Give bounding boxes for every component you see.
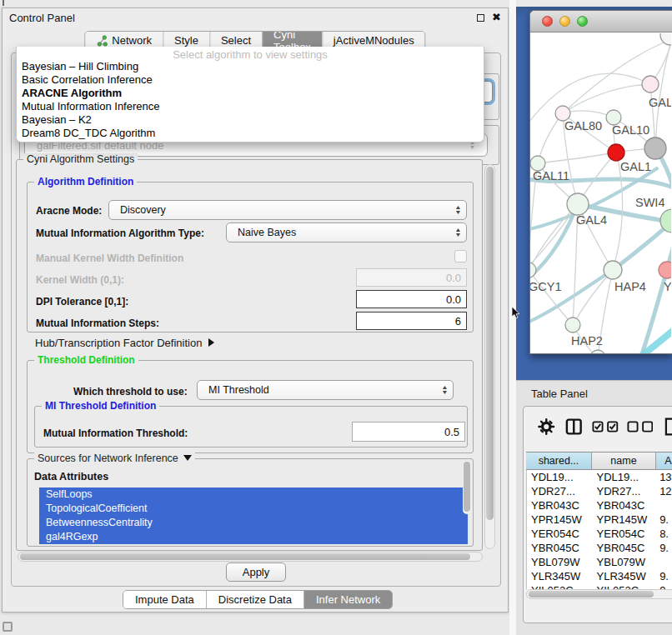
table-cell[interactable]: YDR27... <box>593 484 657 498</box>
table-row[interactable]: YPR145WYPR145W9. <box>527 512 672 527</box>
bottom-tabbar: Impute Data Discretize Data Infer Networ… <box>123 590 393 609</box>
table-cell[interactable]: YDL19... <box>527 470 593 484</box>
table-cell[interactable] <box>656 498 672 512</box>
table-horizontal-scrollbar[interactable] <box>526 589 672 599</box>
unchecked-columns-icon[interactable] <box>627 420 654 433</box>
table-row[interactable]: YBR045CYBR045C9. <box>527 541 672 555</box>
settings-horizontal-scrollbar[interactable] <box>18 552 483 562</box>
table-cell[interactable]: YBL079W <box>593 555 657 569</box>
network-node[interactable] <box>642 76 659 92</box>
table-cell[interactable]: YER054C <box>593 527 657 541</box>
network-edge <box>538 152 616 163</box>
table-cell[interactable]: YBR043C <box>593 498 657 512</box>
mi-steps-field[interactable]: 6 <box>356 312 467 330</box>
dropdown-item[interactable]: Bayesian – K2 <box>17 113 484 127</box>
checked-columns-icon[interactable] <box>592 420 619 433</box>
table-cell[interactable]: YDL19... <box>593 470 657 484</box>
attribute-item[interactable]: TopologicalCoefficient <box>39 502 468 516</box>
table-cell[interactable]: 9. <box>656 512 672 527</box>
dropdown-item[interactable]: Basic Correlation Inference <box>17 73 484 87</box>
table-row[interactable]: YDR27...YDR27...12 <box>527 484 672 498</box>
tab-discretize-data[interactable]: Discretize Data <box>206 591 303 608</box>
close-icon[interactable]: ✖ <box>492 13 501 22</box>
dpi-tolerance-field[interactable]: 0.0 <box>356 290 467 308</box>
dropdown-item[interactable]: Dream8 DC_TDC Algorithm <box>17 127 484 140</box>
attribute-item[interactable]: gal4RGexp <box>39 530 468 544</box>
network-node-label: GAL <box>649 96 671 109</box>
table-cell[interactable]: YBL079W <box>527 555 593 569</box>
tab-label: Discretize Data <box>218 593 292 606</box>
table-row[interactable]: YBR043CYBR043C <box>527 498 672 512</box>
network-graph[interactable]: GALGAL80GAL10GAL1GAL11SWI4GAL4GCY1HAP4YH… <box>530 33 671 354</box>
attribute-item[interactable]: SelfLoops <box>39 488 468 502</box>
table-cell[interactable]: 9. <box>656 569 672 583</box>
table-cell[interactable]: YPR145W <box>593 512 657 527</box>
network-node-label: GAL11 <box>533 169 569 182</box>
network-node[interactable] <box>604 261 622 279</box>
table-cell[interactable]: 8. <box>656 527 672 541</box>
table-cell[interactable]: YBR045C <box>527 541 593 555</box>
network-node[interactable] <box>565 318 580 332</box>
aracne-mode-value: Discovery <box>120 204 166 216</box>
table-cell[interactable]: YLR345W <box>527 569 593 583</box>
table-cell[interactable]: 9. <box>656 583 672 589</box>
table-cell[interactable] <box>656 555 672 569</box>
table-cell[interactable]: 9. <box>656 541 672 555</box>
dropdown-item[interactable]: Mutual Information Inference <box>17 100 484 113</box>
table-cell[interactable]: 12 <box>656 484 672 498</box>
table-cell[interactable]: YIL052C <box>527 583 593 589</box>
float-window-icon[interactable] <box>477 14 484 22</box>
dropdown-item[interactable]: Bayesian – Hill Climbing <box>17 60 484 73</box>
gear-icon[interactable] <box>538 418 555 436</box>
table-row[interactable]: YLR345WYLR345W9. <box>527 569 672 583</box>
table-cell[interactable]: YLR345W <box>593 569 657 583</box>
network-node[interactable] <box>659 262 671 278</box>
table-cell[interactable]: 13 <box>656 470 672 484</box>
attribute-item[interactable]: BetweennessCentrality <box>39 516 468 530</box>
network-window-titlebar[interactable] <box>530 11 672 32</box>
attributes-scrollbar[interactable] <box>463 461 471 514</box>
table-cell[interactable]: YBR045C <box>593 541 657 555</box>
aracne-mode-combo[interactable]: Discovery ▲▼ <box>108 200 467 220</box>
table-cell[interactable]: YPR145W <box>527 512 593 527</box>
dropdown-item-aracne[interactable]: ARACNE Algorithm <box>17 87 484 100</box>
close-traffic-light[interactable] <box>542 16 553 27</box>
table-row[interactable]: YDL19...YDL19...13 <box>527 470 672 484</box>
aracne-mode-label: Aracne Mode: <box>36 205 102 217</box>
manual-kernel-checkbox[interactable] <box>454 250 467 262</box>
mi-threshold-field[interactable]: 0.5 <box>352 422 465 442</box>
settings-vertical-scrollbar[interactable] <box>484 164 495 549</box>
document-icon[interactable] <box>664 417 672 437</box>
column-header-name[interactable]: name <box>592 452 656 469</box>
table-cell[interactable]: YDR27... <box>527 484 593 498</box>
column-header-partial[interactable]: A <box>656 452 672 469</box>
zoom-traffic-light[interactable] <box>577 16 588 27</box>
minimized-panel-icon[interactable] <box>3 622 13 632</box>
network-node[interactable] <box>608 144 624 161</box>
combo-arrows-icon: ▲▼ <box>441 385 448 395</box>
minimize-traffic-light[interactable] <box>559 16 570 27</box>
which-threshold-combo[interactable]: MI Threshold ▲▼ <box>197 380 454 400</box>
kernel-width-field[interactable]: 0.0 <box>356 268 467 287</box>
table-cell[interactable]: YER054C <box>527 527 593 541</box>
table-row[interactable]: YIL052CYIL052C9. <box>527 583 672 589</box>
network-node[interactable] <box>644 138 666 159</box>
apply-button[interactable]: Apply <box>226 562 286 582</box>
split-columns-icon[interactable] <box>565 418 583 436</box>
network-node[interactable] <box>590 350 605 354</box>
table-row[interactable]: YER054CYER054C8. <box>527 527 672 541</box>
network-node-label: GAL10 <box>612 123 649 137</box>
network-node[interactable] <box>567 193 589 215</box>
tab-impute-data[interactable]: Impute Data <box>123 591 206 608</box>
network-desktop: GALGAL80GAL10GAL1GAL11SWI4GAL4GCY1HAP4YH… <box>516 7 672 380</box>
table-row[interactable]: YBL079WYBL079W <box>527 555 672 569</box>
hub-definition-expander[interactable]: Hub/Transcription Factor Definition <box>35 337 214 349</box>
tab-infer-network[interactable]: Infer Network <box>303 591 392 608</box>
network-node[interactable] <box>530 262 536 278</box>
dpi-tolerance-label: DPI Tolerance [0,1]: <box>36 296 128 308</box>
table-cell[interactable]: YIL052C <box>593 583 657 589</box>
mi-type-combo[interactable]: Naive Bayes ▲▼ <box>226 222 467 242</box>
table-cell[interactable]: YBR043C <box>527 498 593 512</box>
column-header-shared-name[interactable]: shared... <box>526 452 592 469</box>
network-view-window[interactable]: GALGAL80GAL10GAL1GAL11SWI4GAL4GCY1HAP4YH… <box>529 10 672 354</box>
